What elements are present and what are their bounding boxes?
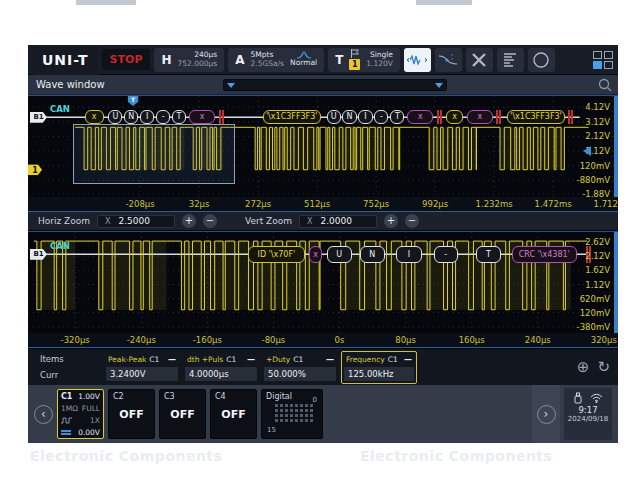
result-list-icon[interactable] bbox=[497, 48, 524, 72]
zoom-selection-rect[interactable] bbox=[73, 124, 235, 184]
can-decode-box: I bbox=[396, 246, 421, 263]
horiz-zoom-minus-button[interactable]: − bbox=[203, 214, 217, 228]
measure-name: +Duty bbox=[266, 355, 290, 364]
channel-panel: ‹ C11.00V 1MΩFULL 1X 0.00V C2 OFF C3 OFF… bbox=[28, 385, 618, 443]
panel-prev-button[interactable]: ‹ bbox=[34, 405, 53, 424]
can-decode-box: x bbox=[309, 246, 323, 263]
measurement-pulse-width[interactable]: dth +PulsC1— 4.0000µs bbox=[183, 352, 259, 383]
wifi-icon bbox=[590, 393, 603, 403]
channel-3-cell[interactable]: C3 OFF bbox=[159, 389, 206, 439]
horiz-zoom-value: 2.5000 bbox=[119, 216, 151, 226]
magnifier-icon[interactable] bbox=[598, 78, 612, 92]
circle-tool-icon[interactable] bbox=[528, 48, 555, 72]
horiz-zoom-plus-button[interactable]: + bbox=[182, 214, 196, 228]
channel-4-cell[interactable]: C4 OFF bbox=[210, 389, 257, 439]
usb-icon bbox=[573, 392, 583, 404]
trigger-settings-button[interactable]: T 1 Single 1.120V bbox=[328, 48, 400, 72]
watermark-fragment bbox=[76, 0, 136, 5]
horiz-zoom-value-box[interactable]: X 2.5000 bbox=[97, 215, 175, 228]
xy-display-icon[interactable] bbox=[466, 48, 493, 72]
can-decode-box: N bbox=[124, 110, 138, 124]
time-scale-label: 752µs bbox=[363, 199, 389, 209]
voltage-scale-label: 620mV bbox=[580, 294, 610, 304]
brand-logo: UNI-T bbox=[33, 45, 98, 75]
wave-cursor-icon[interactable] bbox=[435, 48, 462, 72]
add-measurement-icon[interactable]: ⊕ bbox=[577, 358, 590, 376]
trigger-key: T bbox=[335, 53, 343, 67]
time-scale-label: 992µs bbox=[422, 199, 448, 209]
voltage-scale-label: 120mV bbox=[580, 161, 610, 171]
can-decode-box: x bbox=[467, 110, 493, 124]
digital-channels-cell[interactable]: Digital 0 15 bbox=[261, 389, 323, 439]
channel-1-cell[interactable]: C11.00V 1MΩFULL 1X 0.00V bbox=[57, 389, 104, 439]
trigger-source-badge: 1 bbox=[349, 59, 360, 70]
measurement-duty[interactable]: +DutyC1— 50.000% bbox=[262, 352, 338, 383]
vert-zoom-plus-button[interactable]: + bbox=[384, 214, 398, 228]
measure-dash: — bbox=[326, 355, 334, 364]
vert-zoom-minus-button[interactable]: − bbox=[405, 214, 419, 228]
time-scale-label: 80µs bbox=[395, 335, 416, 345]
vert-zoom-value-box[interactable]: X 2.0000 bbox=[299, 215, 377, 228]
digital-first-bit: 0 bbox=[313, 396, 317, 404]
zoom-time-axis: -320µs-240µs-160µs-80µs0s80µs160µs240µs3… bbox=[28, 333, 618, 348]
status-cell[interactable]: 9:17 2024/09/18 bbox=[564, 388, 612, 440]
time-scale-label: 32µs bbox=[189, 199, 210, 209]
zoom-wave-plot[interactable]: ID '\x70F'xUNI-TCRC '\x4381' 2.62V2.12V1… bbox=[28, 231, 618, 333]
probe-waveform-icon bbox=[61, 417, 73, 424]
channel-1-offset: 0.00V bbox=[78, 428, 100, 437]
voltage-scale-label: 3.12V bbox=[585, 117, 610, 127]
run-stop-button[interactable]: STOP bbox=[102, 49, 151, 70]
time-scale-label: -320µs bbox=[61, 335, 90, 345]
voltage-scale-label: 4.12V bbox=[585, 102, 610, 112]
voltage-scale-label: -380mV bbox=[577, 322, 610, 332]
time-scale-label: 1.232ms bbox=[476, 199, 513, 209]
channel-1-probe: 1X bbox=[90, 416, 100, 425]
multi-window-icon[interactable] bbox=[593, 51, 613, 69]
measurement-row-labels: Items Curr bbox=[34, 353, 104, 382]
can-decode-box: N bbox=[360, 246, 385, 263]
zoom-controls-bar: Horiz Zoom X 2.5000 + − Vert Zoom X 2.00… bbox=[28, 212, 618, 231]
horizontal-key: H bbox=[161, 53, 171, 67]
measurement-bar: Items Curr Peak-PeakC1— 3.2400V dth +Pul… bbox=[28, 348, 618, 385]
measure-source: C1 bbox=[388, 355, 398, 364]
channel-1-scale: 1.00V bbox=[78, 392, 100, 401]
voltage-scale-label: 2.12V bbox=[585, 131, 610, 141]
measurement-peak-peak[interactable]: Peak-PeakC1— 3.2400V bbox=[104, 352, 180, 383]
channel-1-bandwidth: FULL bbox=[82, 404, 100, 413]
time-scale-label: 160µs bbox=[459, 335, 485, 345]
measure-source: C1 bbox=[226, 355, 236, 364]
acquire-settings-button[interactable]: A 5Mpts 2.5GSa/s Normal bbox=[228, 48, 324, 72]
trigger-level-marker[interactable] bbox=[583, 146, 591, 156]
main-wave-plot[interactable]: xUNI-Tx'\x1C3FF3F3'UNI-Txxx'\x1C3FF3F3' … bbox=[28, 95, 618, 197]
panel-next-button[interactable]: › bbox=[537, 405, 556, 424]
can-decode-box: T bbox=[172, 110, 186, 124]
time-scale-label: 512µs bbox=[304, 199, 330, 209]
vertical-scrollbar[interactable] bbox=[614, 96, 618, 197]
bus-protocol-label: CAN bbox=[50, 104, 70, 114]
can-decode-box: x bbox=[189, 110, 215, 124]
channel-2-cell[interactable]: C2 OFF bbox=[108, 389, 155, 439]
measure-value: 3.2400V bbox=[106, 367, 178, 381]
measure-dash: — bbox=[247, 355, 255, 364]
can-decode-box: ID '\x70F' bbox=[248, 246, 305, 263]
voltage-scale-label: -1.88V bbox=[582, 189, 610, 197]
horizontal-scroll-slider[interactable] bbox=[223, 79, 447, 91]
measurement-frequency[interactable]: FrequencyC1— 125.00kHz bbox=[341, 351, 417, 384]
horizontal-settings-button[interactable]: H 240µs 752.000µs bbox=[154, 48, 224, 72]
main-time-axis: -208µs32µs272µs512µs752µs992µs1.232ms1.4… bbox=[28, 197, 618, 212]
can-decode-box: x bbox=[85, 110, 104, 124]
can-decode-box: U bbox=[327, 110, 341, 124]
channel-3-label: C3 bbox=[164, 392, 175, 401]
vertical-scrollbar[interactable] bbox=[614, 232, 618, 333]
wave-zoom-icon[interactable] bbox=[404, 48, 431, 72]
reset-statistics-icon[interactable]: ↻ bbox=[597, 358, 610, 376]
can-decode-box: U bbox=[327, 246, 352, 263]
clock-time: 9:17 bbox=[564, 405, 612, 415]
can-decode-box: - bbox=[156, 110, 170, 124]
channel-2-label: C2 bbox=[113, 392, 124, 401]
can-decode-error-mark bbox=[496, 110, 501, 124]
time-scale-label: 0s bbox=[335, 335, 345, 345]
measure-value: 125.00kHz bbox=[344, 367, 414, 381]
measure-dash: — bbox=[168, 355, 176, 364]
time-scale-label: -208µs bbox=[126, 199, 155, 209]
